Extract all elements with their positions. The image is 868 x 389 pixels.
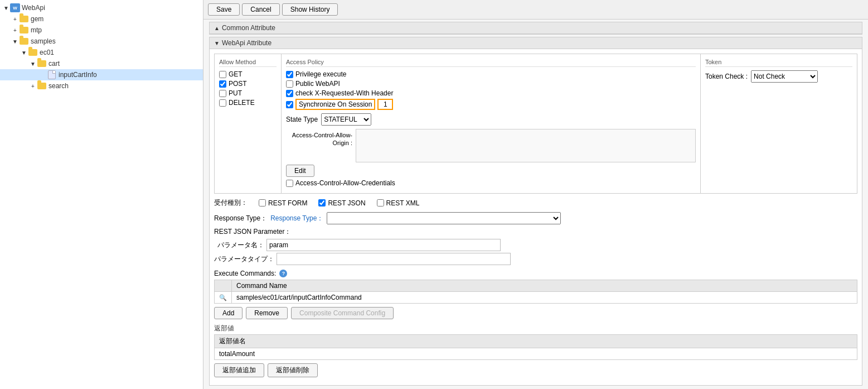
execute-commands-btn-row: Add Remove Composite Command Config (214, 307, 857, 319)
composite-command-button[interactable]: Composite Command Config (291, 307, 394, 319)
remove-command-button[interactable]: Remove (246, 307, 288, 319)
allow-method-box: Allow Method GET POST PUT (215, 54, 282, 193)
return-value-cell: totalAmount (215, 348, 857, 360)
param-type-label: パラメータタイプ： (214, 254, 274, 264)
sidebar-item-inputcartinfo[interactable]: inputCartInfo (0, 69, 203, 80)
access-policy-box: Access Policy Privilege execute Public W… (282, 54, 701, 193)
samples-folder-icon (19, 37, 29, 46)
common-attribute-header[interactable]: ▲ Common Attribute (210, 22, 862, 34)
privilege-execute-label: Privilege execute (295, 70, 346, 78)
allow-method-title: Allow Method (219, 59, 277, 67)
param-type-row: パラメータタイプ： (214, 253, 857, 265)
root-label: WebApi (22, 4, 45, 12)
gem-folder-icon (19, 15, 29, 23)
inputcartinfo-label: inputCartInfo (59, 71, 97, 79)
param-name-row: パラメータ名： (214, 239, 857, 251)
rest-json-group: REST JSON (318, 199, 365, 207)
col-icon (215, 280, 232, 292)
remove-return-value-button[interactable]: 返部値削除 (268, 363, 318, 377)
table-row[interactable]: 🔍 samples/ec01/cart/inputCartInfoCommand (215, 292, 857, 304)
sidebar-item-search[interactable]: + search (0, 80, 203, 92)
reception-type-label: 受付種別： (214, 198, 248, 208)
rest-json-label: REST JSON (328, 199, 365, 207)
post-row: POST (219, 80, 277, 88)
response-type-inner-label: Response Type： (270, 214, 323, 223)
cors-label-row: Access-Control-Allow-Origin : (286, 129, 696, 162)
rest-json-param-title: REST JSON Parameter： (214, 227, 857, 237)
col-command-name: Command Name (232, 280, 857, 292)
return-value-header-row: 返部値名 (215, 335, 857, 348)
common-attribute-section: ▲ Common Attribute (209, 22, 862, 35)
help-icon[interactable]: ? (279, 270, 287, 277)
rest-form-checkbox[interactable] (259, 199, 266, 206)
return-value-title: 返部値 (214, 324, 857, 333)
webapi-attribute-header[interactable]: ▼ WebApi Attribute (210, 37, 862, 49)
check-x-requested-checkbox[interactable] (286, 90, 293, 97)
delete-checkbox[interactable] (219, 99, 226, 107)
ec01-toggle[interactable]: ▼ (20, 50, 28, 56)
webapi-attribute-section: ▼ WebApi Attribute Allow Method GET (209, 37, 862, 386)
rest-form-label: REST FORM (268, 199, 307, 207)
table-header-row: Command Name (215, 280, 857, 292)
mtp-toggle[interactable]: + (11, 27, 19, 33)
param-name-input[interactable] (266, 239, 501, 251)
delete-label: DELETE (229, 99, 255, 107)
search-toggle[interactable]: + (29, 83, 37, 89)
token-check-select[interactable]: Not Check Check (751, 70, 818, 83)
sidebar-item-gem[interactable]: + gem (0, 13, 203, 25)
synchronize-session-input[interactable] (377, 99, 393, 110)
sidebar-root[interactable]: ▼ W WebApi (0, 2, 203, 13)
cors-textarea[interactable] (356, 129, 696, 162)
cart-toggle[interactable]: ▼ (29, 61, 37, 67)
state-type-row: State Type STATEFUL STATELESS (286, 113, 696, 126)
get-checkbox[interactable] (219, 71, 226, 78)
ec01-label: ec01 (40, 49, 54, 56)
synchronize-session-checkbox[interactable] (286, 101, 293, 108)
allow-credentials-checkbox[interactable] (286, 180, 293, 187)
common-attr-arrow: ▲ (214, 25, 220, 31)
sidebar-item-ec01[interactable]: ▼ ec01 (0, 47, 203, 58)
return-value-table: 返部値名 totalAmount (214, 334, 857, 360)
param-name-label: パラメータ名： (214, 241, 264, 250)
public-webapi-row: Public WebAPI (286, 80, 696, 88)
cors-label: Access-Control-Allow-Origin : (286, 131, 352, 147)
delete-row: DELETE (219, 99, 277, 107)
get-row: GET (219, 70, 277, 78)
execute-commands-table: Command Name 🔍 samples/ec01/cart/inputCa… (214, 280, 857, 304)
rest-xml-checkbox[interactable] (377, 199, 384, 206)
row-icon-cell: 🔍 (215, 292, 232, 304)
sidebar-item-mtp[interactable]: + mtp (0, 25, 203, 36)
gem-toggle[interactable]: + (11, 16, 19, 22)
post-checkbox[interactable] (219, 80, 226, 88)
mtp-label: mtp (31, 26, 42, 34)
return-value-section: 返部値 返部値名 totalAmount (214, 324, 857, 377)
add-command-button[interactable]: Add (214, 307, 243, 319)
sidebar-item-cart[interactable]: ▼ cart (0, 58, 203, 69)
check-x-requested-row: check X-Requested-With Header (286, 89, 696, 97)
access-policy-title: Access Policy (286, 59, 696, 67)
cancel-button[interactable]: Cancel (242, 3, 279, 16)
root-toggle[interactable]: ▼ (2, 5, 10, 11)
response-type-select[interactable] (327, 212, 561, 224)
privilege-execute-checkbox[interactable] (286, 71, 293, 78)
rest-json-checkbox[interactable] (318, 199, 326, 206)
edit-button[interactable]: Edit (286, 165, 314, 177)
return-value-row[interactable]: totalAmount (215, 348, 857, 360)
privilege-execute-row: Privilege execute (286, 70, 696, 78)
token-check-label: Token Check : (705, 73, 748, 80)
put-checkbox[interactable] (219, 90, 226, 97)
add-return-value-button[interactable]: 返部値追加 (214, 363, 264, 377)
show-history-button[interactable]: Show History (282, 3, 338, 16)
samples-toggle[interactable]: ▼ (11, 39, 19, 45)
ec01-folder-icon (28, 48, 38, 57)
webapi-columns: Allow Method GET POST PUT (214, 54, 857, 194)
save-button[interactable]: Save (208, 3, 240, 16)
public-webapi-checkbox[interactable] (286, 80, 293, 88)
sidebar-item-samples[interactable]: ▼ samples (0, 36, 203, 47)
check-x-requested-label: check X-Requested-With Header (295, 89, 393, 97)
param-type-input[interactable] (277, 253, 511, 265)
state-type-select[interactable]: STATEFUL STATELESS (321, 113, 371, 126)
toolbar: Save Cancel Show History (203, 0, 868, 20)
token-box: Token Token Check : Not Check Check (701, 54, 857, 193)
gem-label: gem (31, 15, 43, 23)
